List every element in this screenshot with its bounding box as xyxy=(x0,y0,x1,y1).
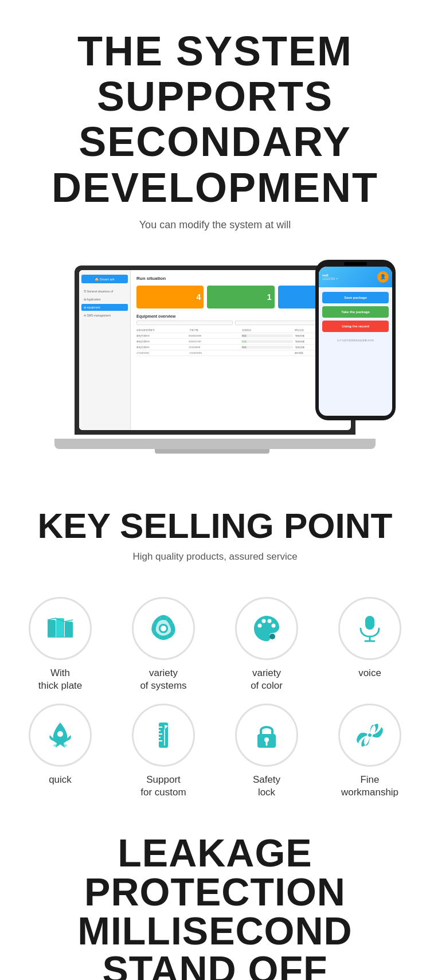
screen-card-online: 1 xyxy=(207,286,274,309)
gear-icon xyxy=(146,611,181,646)
screen-cards: 4 1 xyxy=(136,286,345,309)
svg-point-6 xyxy=(258,623,262,627)
phone-user-info: null 11122342 ✏ xyxy=(322,274,338,280)
phone-header: null 11122342 ✏ 👤 xyxy=(319,267,392,287)
laptop-stand xyxy=(155,449,269,454)
svg-point-10 xyxy=(269,634,275,639)
phone-btn-take[interactable]: Take the package xyxy=(322,306,389,318)
icon-item-map: Withthick plate xyxy=(11,597,109,692)
svg-rect-11 xyxy=(365,616,374,630)
rocket-icon xyxy=(43,718,77,752)
screen-logo: 🏠 Smart ark xyxy=(81,275,128,283)
leakage-section: LEAKAGE PROTECTIONMILLISECONDSTAND OFF L… xyxy=(0,816,430,980)
icon-label-gear: varietyof systems xyxy=(140,667,186,692)
phone-body: null 11122342 ✏ 👤 Save package Take the … xyxy=(315,260,396,420)
laptop-body: 🏠 Smart ark ☰ General situations of ⊞ Ap… xyxy=(75,266,355,435)
svg-rect-2 xyxy=(65,622,73,637)
phone-buttons: Save package Take the package Using the … xyxy=(319,287,392,337)
icon-label-map: Withthick plate xyxy=(38,667,83,692)
fan-icon xyxy=(353,718,387,752)
icon-item-ruler: Supportfor custom xyxy=(115,704,212,799)
icon-circle-mic xyxy=(338,597,401,660)
icon-circle-map xyxy=(29,597,92,660)
page-subtitle: You can modify the system at will xyxy=(23,219,407,231)
phone-screen: null 11122342 ✏ 👤 Save package Take the … xyxy=(319,267,392,416)
screen-nav-equipment: ⊞ equipment xyxy=(81,304,128,311)
palette-icon xyxy=(249,611,284,646)
icon-label-mic: voice xyxy=(358,667,381,680)
screen-card-total: 4 xyxy=(136,286,204,309)
selling-title: KEY SELLING POINT xyxy=(17,506,413,545)
laptop-screen: 🏠 Smart ark ☰ General situations of ⊞ Ap… xyxy=(79,270,351,430)
phone-btn-record[interactable]: Using the record xyxy=(322,321,389,332)
mockup-section: 🏠 Smart ark ☰ General situations of ⊞ Ap… xyxy=(0,243,430,483)
screen-nav-application: ⊞ Application xyxy=(81,296,128,303)
svg-point-15 xyxy=(53,744,58,747)
selling-subtitle: High quality products, assured service xyxy=(17,551,413,563)
page-title: THE SYSTEMSUPPORTSSECONDARYDEVELOPMENT xyxy=(23,29,407,210)
icon-label-rocket: quick xyxy=(49,774,72,786)
selling-section: KEY SELLING POINT High quality products,… xyxy=(0,483,430,591)
screen-run-title: Run situation xyxy=(136,276,345,281)
svg-point-16 xyxy=(62,744,67,747)
screen-table-row-3: 家电空调005115013408离线智能变频 xyxy=(136,346,345,350)
phone-footer: 以下为您可能需要添加的套餐 00000 xyxy=(319,337,392,344)
screen-nav-general: ☰ General situations of xyxy=(81,288,128,295)
icon-item-mic: voice xyxy=(321,597,419,692)
icon-circle-rocket xyxy=(29,704,92,767)
icons-grid: Withthick plate varietyof systems xyxy=(0,591,430,816)
phone-mockup: null 11122342 ✏ 👤 Save package Take the … xyxy=(315,260,396,426)
mic-icon xyxy=(353,611,387,646)
svg-point-8 xyxy=(268,619,272,623)
header-section: THE SYSTEMSUPPORTSSECONDARYDEVELOPMENT Y… xyxy=(0,0,430,243)
svg-point-7 xyxy=(262,619,266,623)
icon-circle-lock xyxy=(235,704,298,767)
icon-item-gear: varietyof systems xyxy=(115,597,212,692)
screen-sidebar: 🏠 Smart ark ☰ General situations of ⊞ Ap… xyxy=(79,270,131,430)
phone-user-id: 11122342 ✏ xyxy=(322,277,338,280)
svg-rect-0 xyxy=(48,620,56,637)
map-icon xyxy=(43,611,77,646)
svg-point-14 xyxy=(57,731,63,737)
screen-table-row-2: 家电空调0092020117187在线智能变频 xyxy=(136,340,345,345)
laptop-base xyxy=(54,439,376,449)
icon-label-ruler: Supportfor custom xyxy=(140,774,186,799)
screen-table-row-4: 17104720011710472001ARI调幂 xyxy=(136,352,345,356)
icon-item-fan: Fineworkmanship xyxy=(321,704,419,799)
svg-point-28 xyxy=(368,733,372,737)
leakage-title: LEAKAGE PROTECTIONMILLISECONDSTAND OFF xyxy=(17,833,413,980)
icon-label-palette: varietyof color xyxy=(251,667,283,692)
screen-search-box[interactable] xyxy=(136,321,233,325)
icon-label-fan: Fineworkmanship xyxy=(341,774,398,799)
screen-nav-sms: ✉ SMS management xyxy=(81,312,128,319)
icon-circle-ruler xyxy=(132,704,195,767)
lock-icon xyxy=(249,718,284,752)
icon-circle-fan xyxy=(338,704,401,767)
ruler-icon xyxy=(146,718,181,752)
svg-point-5 xyxy=(161,626,166,631)
phone-btn-save[interactable]: Save package xyxy=(322,292,389,303)
icon-label-lock: Safetylock xyxy=(253,774,280,799)
screen-search-row xyxy=(136,321,345,325)
screen-table-title: Equipment overview xyxy=(136,314,345,318)
icon-item-lock: Safetylock xyxy=(218,704,315,799)
screen-table-header: 设备名称管理账号子账户数在线情况绑定信息 xyxy=(136,329,345,333)
screen-table-row-1: 家电空调0032020010006离线智能变频 xyxy=(136,334,345,339)
phone-notch xyxy=(344,262,367,266)
icon-item-rocket: quick xyxy=(11,704,109,799)
svg-point-9 xyxy=(272,623,276,627)
phone-avatar: 👤 xyxy=(377,271,389,283)
icon-circle-gear xyxy=(132,597,195,660)
icon-circle-palette xyxy=(235,597,298,660)
icon-item-palette: varietyof color xyxy=(218,597,315,692)
